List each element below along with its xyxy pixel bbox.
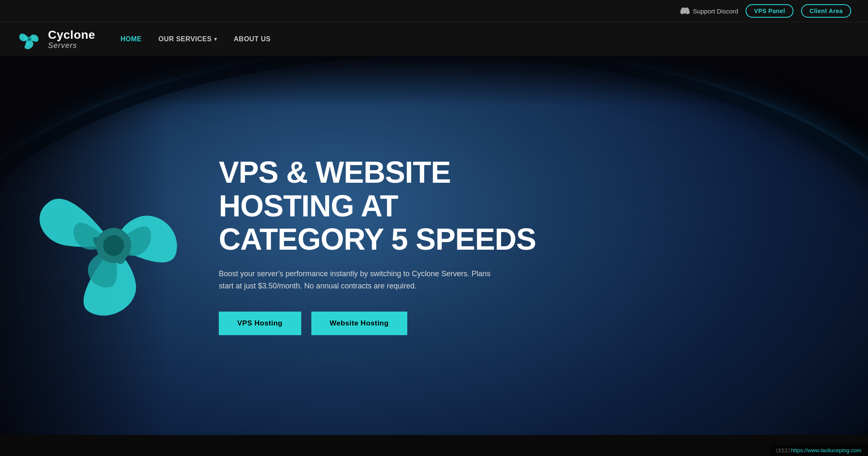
hero-content: VPS & WEBSITE HOSTING AT CATEGORY 5 SPEE… <box>0 156 868 335</box>
nav-about-link[interactable]: ABOUT US <box>234 35 271 43</box>
hero-subtitle: Boost your server's performance instantl… <box>219 268 505 292</box>
nav-services-link[interactable]: OUR SERVICES ▾ <box>158 35 217 43</box>
logo[interactable]: Cyclone Servers <box>17 27 95 52</box>
chevron-down-icon: ▾ <box>214 36 217 42</box>
logo-name: Cyclone <box>48 29 95 42</box>
nav-services[interactable]: OUR SERVICES ▾ <box>158 35 217 43</box>
vps-panel-button[interactable]: VPS Panel <box>746 4 794 18</box>
main-nav: Cyclone Servers HOME OUR SERVICES ▾ ABOU… <box>0 22 868 56</box>
vps-hosting-button[interactable]: VPS Hosting <box>219 312 301 335</box>
logo-icon <box>17 27 42 52</box>
svg-point-4 <box>103 235 124 256</box>
hero-title: VPS & WEBSITE HOSTING AT CATEGORY 5 SPEE… <box>219 156 555 256</box>
svg-point-2 <box>28 37 31 40</box>
logo-text: Cyclone Servers <box>48 29 95 50</box>
footer-prefix: □□□□ <box>776 447 789 453</box>
support-discord[interactable]: Support Discord <box>680 6 738 16</box>
hero-text: VPS & WEBSITE HOSTING AT CATEGORY 5 SPEE… <box>219 156 555 335</box>
nav-links: HOME OUR SERVICES ▾ ABOUT US <box>120 35 271 43</box>
top-bar: Support Discord VPS Panel Client Area <box>0 0 868 22</box>
hero-section: VPS & WEBSITE HOSTING AT CATEGORY 5 SPEE… <box>0 56 868 435</box>
logo-sub: Servers <box>48 42 95 50</box>
support-discord-label: Support Discord <box>693 8 738 15</box>
hero-buttons: VPS Hosting Website Hosting <box>219 312 555 335</box>
hero-cyclone-icon <box>34 165 194 325</box>
discord-icon <box>680 6 690 16</box>
nav-home-link[interactable]: HOME <box>120 35 141 43</box>
client-area-button[interactable]: Client Area <box>801 4 851 18</box>
footer-bar: □□□□ https://www.laoliuceping.com <box>770 445 868 456</box>
nav-about[interactable]: ABOUT US <box>234 35 271 43</box>
nav-home[interactable]: HOME <box>120 35 141 43</box>
website-hosting-button[interactable]: Website Hosting <box>311 312 407 335</box>
footer-url[interactable]: https://www.laoliuceping.com <box>791 447 861 453</box>
